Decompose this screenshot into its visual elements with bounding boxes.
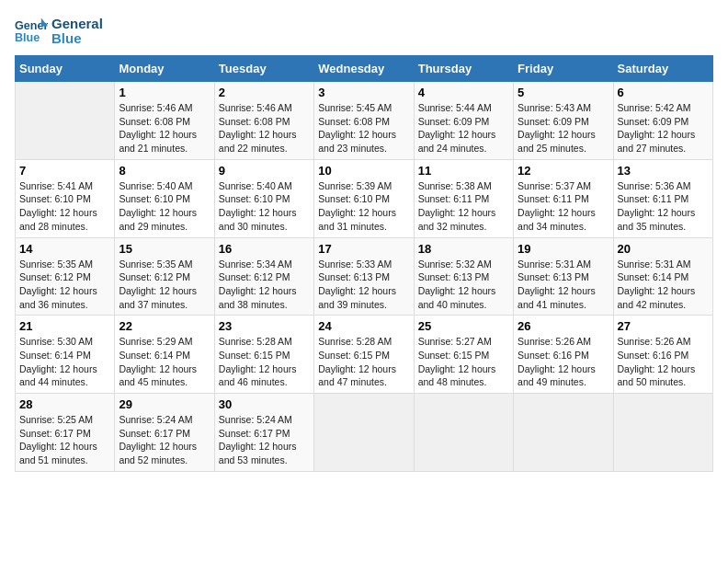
- day-number: 16: [219, 242, 310, 256]
- weekday-header-wednesday: Wednesday: [314, 56, 414, 82]
- day-number: 2: [219, 86, 310, 99]
- calendar-cell: 20Sunrise: 5:31 AMSunset: 6:14 PMDayligh…: [613, 237, 712, 316]
- cell-info: Sunrise: 5:26 AMSunset: 6:16 PMDaylight:…: [518, 335, 609, 389]
- calendar-cell: 29Sunrise: 5:24 AMSunset: 6:17 PMDayligh…: [115, 394, 214, 472]
- day-number: 23: [219, 319, 310, 333]
- weekday-header-sunday: Sunday: [16, 56, 115, 82]
- logo: General Blue General Blue: [15, 15, 103, 48]
- day-number: 19: [518, 242, 609, 256]
- cell-info: Sunrise: 5:46 AMSunset: 6:08 PMDaylight:…: [119, 101, 210, 155]
- day-number: 6: [618, 86, 709, 99]
- cell-info: Sunrise: 5:34 AMSunset: 6:12 PMDaylight:…: [219, 258, 310, 312]
- weekday-header-tuesday: Tuesday: [214, 56, 313, 82]
- calendar-cell: 10Sunrise: 5:39 AMSunset: 6:10 PMDayligh…: [314, 159, 414, 237]
- weekday-header-saturday: Saturday: [613, 56, 712, 82]
- calendar-cell: 11Sunrise: 5:38 AMSunset: 6:11 PMDayligh…: [414, 159, 513, 237]
- cell-info: Sunrise: 5:37 AMSunset: 6:11 PMDaylight:…: [518, 179, 609, 234]
- calendar-cell: 15Sunrise: 5:35 AMSunset: 6:12 PMDayligh…: [115, 237, 214, 316]
- calendar-cell: 7Sunrise: 5:41 AMSunset: 6:10 PMDaylight…: [16, 159, 115, 237]
- calendar-cell: [613, 394, 712, 472]
- cell-info: Sunrise: 5:31 AMSunset: 6:13 PMDaylight:…: [518, 258, 609, 312]
- calendar-week-row: 1Sunrise: 5:46 AMSunset: 6:08 PMDaylight…: [16, 82, 713, 160]
- day-number: 17: [318, 242, 409, 256]
- cell-info: Sunrise: 5:40 AMSunset: 6:10 PMDaylight:…: [219, 179, 310, 234]
- cell-info: Sunrise: 5:25 AMSunset: 6:17 PMDaylight:…: [19, 413, 110, 467]
- calendar-cell: 8Sunrise: 5:40 AMSunset: 6:10 PMDaylight…: [115, 159, 214, 237]
- calendar-cell: 25Sunrise: 5:27 AMSunset: 6:15 PMDayligh…: [414, 316, 513, 394]
- svg-text:Blue: Blue: [15, 31, 40, 44]
- calendar-cell: 19Sunrise: 5:31 AMSunset: 6:13 PMDayligh…: [514, 237, 613, 316]
- calendar-cell: 2Sunrise: 5:46 AMSunset: 6:08 PMDaylight…: [214, 82, 313, 160]
- calendar-cell: 16Sunrise: 5:34 AMSunset: 6:12 PMDayligh…: [214, 237, 313, 316]
- cell-info: Sunrise: 5:44 AMSunset: 6:09 PMDaylight:…: [418, 101, 509, 155]
- day-number: 1: [119, 86, 210, 99]
- day-number: 7: [19, 164, 110, 178]
- weekday-header-row: SundayMondayTuesdayWednesdayThursdayFrid…: [16, 56, 713, 82]
- day-number: 21: [19, 319, 110, 333]
- calendar-cell: 21Sunrise: 5:30 AMSunset: 6:14 PMDayligh…: [16, 316, 115, 394]
- weekday-header-friday: Friday: [514, 56, 613, 82]
- calendar-cell: 23Sunrise: 5:28 AMSunset: 6:15 PMDayligh…: [214, 316, 313, 394]
- logo-general: General: [51, 17, 103, 32]
- day-number: 9: [219, 164, 310, 178]
- weekday-header-thursday: Thursday: [414, 56, 513, 82]
- day-number: 10: [318, 164, 409, 178]
- weekday-header-monday: Monday: [115, 56, 214, 82]
- calendar-cell: 9Sunrise: 5:40 AMSunset: 6:10 PMDaylight…: [214, 159, 313, 237]
- cell-info: Sunrise: 5:41 AMSunset: 6:10 PMDaylight:…: [19, 179, 110, 234]
- calendar-cell: 5Sunrise: 5:43 AMSunset: 6:09 PMDaylight…: [514, 82, 613, 160]
- calendar-cell: 14Sunrise: 5:35 AMSunset: 6:12 PMDayligh…: [16, 237, 115, 316]
- calendar-cell: 22Sunrise: 5:29 AMSunset: 6:14 PMDayligh…: [115, 316, 214, 394]
- day-number: 30: [219, 397, 310, 411]
- calendar-cell: 13Sunrise: 5:36 AMSunset: 6:11 PMDayligh…: [613, 159, 712, 237]
- day-number: 5: [518, 86, 609, 99]
- calendar-cell: [16, 82, 115, 160]
- cell-info: Sunrise: 5:33 AMSunset: 6:13 PMDaylight:…: [318, 258, 409, 312]
- calendar-cell: 1Sunrise: 5:46 AMSunset: 6:08 PMDaylight…: [115, 82, 214, 160]
- day-number: 12: [518, 164, 609, 178]
- day-number: 11: [418, 164, 509, 178]
- calendar-week-row: 14Sunrise: 5:35 AMSunset: 6:12 PMDayligh…: [16, 237, 713, 316]
- cell-info: Sunrise: 5:26 AMSunset: 6:16 PMDaylight:…: [618, 335, 709, 389]
- day-number: 25: [418, 319, 509, 333]
- calendar-table: SundayMondayTuesdayWednesdayThursdayFrid…: [15, 55, 713, 472]
- cell-info: Sunrise: 5:32 AMSunset: 6:13 PMDaylight:…: [418, 258, 509, 312]
- calendar-cell: [314, 394, 414, 472]
- day-number: 26: [518, 319, 609, 333]
- calendar-cell: 27Sunrise: 5:26 AMSunset: 6:16 PMDayligh…: [613, 316, 712, 394]
- day-number: 8: [119, 164, 210, 178]
- page-header: General Blue General Blue: [15, 15, 713, 48]
- calendar-cell: 26Sunrise: 5:26 AMSunset: 6:16 PMDayligh…: [514, 316, 613, 394]
- cell-info: Sunrise: 5:35 AMSunset: 6:12 PMDaylight:…: [19, 258, 110, 312]
- calendar-cell: 30Sunrise: 5:24 AMSunset: 6:17 PMDayligh…: [214, 394, 313, 472]
- calendar-week-row: 7Sunrise: 5:41 AMSunset: 6:10 PMDaylight…: [16, 159, 713, 237]
- cell-info: Sunrise: 5:31 AMSunset: 6:14 PMDaylight:…: [618, 258, 709, 312]
- calendar-week-row: 28Sunrise: 5:25 AMSunset: 6:17 PMDayligh…: [16, 394, 713, 472]
- day-number: 18: [418, 242, 509, 256]
- day-number: 14: [19, 242, 110, 256]
- calendar-cell: 6Sunrise: 5:42 AMSunset: 6:09 PMDaylight…: [613, 82, 712, 160]
- cell-info: Sunrise: 5:43 AMSunset: 6:09 PMDaylight:…: [518, 101, 609, 155]
- cell-info: Sunrise: 5:24 AMSunset: 6:17 PMDaylight:…: [119, 413, 210, 467]
- cell-info: Sunrise: 5:28 AMSunset: 6:15 PMDaylight:…: [219, 335, 310, 389]
- logo-blue: Blue: [51, 31, 103, 47]
- cell-info: Sunrise: 5:36 AMSunset: 6:11 PMDaylight:…: [618, 179, 709, 234]
- day-number: 28: [19, 397, 110, 411]
- cell-info: Sunrise: 5:40 AMSunset: 6:10 PMDaylight:…: [119, 179, 210, 234]
- cell-info: Sunrise: 5:29 AMSunset: 6:14 PMDaylight:…: [119, 335, 210, 389]
- cell-info: Sunrise: 5:42 AMSunset: 6:09 PMDaylight:…: [618, 101, 709, 155]
- calendar-cell: 4Sunrise: 5:44 AMSunset: 6:09 PMDaylight…: [414, 82, 513, 160]
- calendar-cell: 3Sunrise: 5:45 AMSunset: 6:08 PMDaylight…: [314, 82, 414, 160]
- day-number: 27: [618, 319, 709, 333]
- day-number: 3: [318, 86, 409, 99]
- day-number: 24: [318, 319, 409, 333]
- day-number: 13: [618, 164, 709, 178]
- calendar-cell: 17Sunrise: 5:33 AMSunset: 6:13 PMDayligh…: [314, 237, 414, 316]
- cell-info: Sunrise: 5:35 AMSunset: 6:12 PMDaylight:…: [119, 258, 210, 312]
- calendar-cell: 18Sunrise: 5:32 AMSunset: 6:13 PMDayligh…: [414, 237, 513, 316]
- calendar-cell: [514, 394, 613, 472]
- cell-info: Sunrise: 5:46 AMSunset: 6:08 PMDaylight:…: [219, 101, 310, 155]
- day-number: 29: [119, 397, 210, 411]
- cell-info: Sunrise: 5:38 AMSunset: 6:11 PMDaylight:…: [418, 179, 509, 234]
- day-number: 15: [119, 242, 210, 256]
